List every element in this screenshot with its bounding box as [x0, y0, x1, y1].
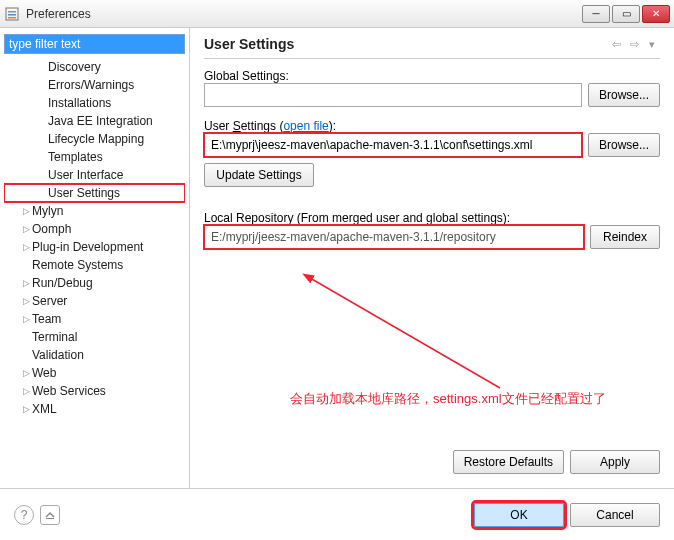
preferences-tree[interactable]: DiscoveryErrors/WarningsInstallationsJav…: [4, 58, 185, 482]
user-settings-label: User Settings (open file):: [204, 119, 660, 133]
filter-input[interactable]: [4, 34, 185, 54]
tree-item[interactable]: ▷XML: [4, 400, 185, 418]
tree-item-label: Team: [32, 312, 61, 326]
maximize-button[interactable]: ▭: [612, 5, 640, 23]
tree-item[interactable]: Templates: [4, 148, 185, 166]
tree-item[interactable]: Installations: [4, 94, 185, 112]
tree-item[interactable]: Terminal: [4, 328, 185, 346]
expand-icon[interactable]: ▷: [20, 404, 32, 414]
tree-item[interactable]: ▷Team: [4, 310, 185, 328]
user-settings-input[interactable]: [204, 133, 582, 157]
window-buttons: ─ ▭ ✕: [582, 5, 670, 23]
tree-item-label: Mylyn: [32, 204, 63, 218]
tree-item-label: Run/Debug: [32, 276, 93, 290]
tree-item[interactable]: ▷Web Services: [4, 382, 185, 400]
local-repo-label: Local Repository (From merged user and g…: [204, 211, 660, 225]
tree-item-label: Errors/Warnings: [48, 78, 134, 92]
tree-item-label: Validation: [32, 348, 84, 362]
menu-icon[interactable]: ▾: [644, 36, 660, 52]
tree-item[interactable]: Lifecycle Mapping: [4, 130, 185, 148]
restore-defaults-button[interactable]: Restore Defaults: [453, 450, 564, 474]
forward-icon[interactable]: ⇨: [626, 36, 642, 52]
reindex-button[interactable]: Reindex: [590, 225, 660, 249]
minimize-button[interactable]: ─: [582, 5, 610, 23]
global-browse-button[interactable]: Browse...: [588, 83, 660, 107]
tree-item-label: Oomph: [32, 222, 71, 236]
cancel-button[interactable]: Cancel: [570, 503, 660, 527]
tree-item-label: Plug-in Development: [32, 240, 143, 254]
expand-icon[interactable]: ▷: [20, 206, 32, 216]
svg-rect-2: [8, 14, 16, 16]
titlebar: Preferences ─ ▭ ✕: [0, 0, 674, 28]
tree-item-label: User Settings: [48, 186, 120, 200]
tree-item-label: Remote Systems: [32, 258, 123, 272]
import-export-icon[interactable]: [40, 505, 60, 525]
user-browse-button[interactable]: Browse...: [588, 133, 660, 157]
tree-item[interactable]: Errors/Warnings: [4, 76, 185, 94]
expand-icon[interactable]: ▷: [20, 314, 32, 324]
sidebar: DiscoveryErrors/WarningsInstallationsJav…: [0, 28, 190, 488]
expand-icon[interactable]: ▷: [20, 296, 32, 306]
close-button[interactable]: ✕: [642, 5, 670, 23]
back-icon[interactable]: ⇦: [608, 36, 624, 52]
tree-item[interactable]: User Settings: [4, 184, 185, 202]
tree-item[interactable]: Validation: [4, 346, 185, 364]
tree-item[interactable]: Remote Systems: [4, 256, 185, 274]
help-icon[interactable]: ?: [14, 505, 34, 525]
tree-item[interactable]: ▷Mylyn: [4, 202, 185, 220]
ok-button[interactable]: OK: [474, 503, 564, 527]
tree-item-label: Installations: [48, 96, 111, 110]
tree-item[interactable]: ▷Run/Debug: [4, 274, 185, 292]
tree-item-label: Terminal: [32, 330, 77, 344]
tree-item[interactable]: User Interface: [4, 166, 185, 184]
tree-item-label: Web: [32, 366, 56, 380]
tree-item-label: User Interface: [48, 168, 123, 182]
tree-item[interactable]: Java EE Integration: [4, 112, 185, 130]
tree-item-label: Server: [32, 294, 67, 308]
tree-item[interactable]: ▷Plug-in Development: [4, 238, 185, 256]
global-settings-input[interactable]: [204, 83, 582, 107]
tree-item[interactable]: ▷Oomph: [4, 220, 185, 238]
expand-icon[interactable]: ▷: [20, 224, 32, 234]
global-settings-label: Global Settings:: [204, 69, 660, 83]
expand-icon[interactable]: ▷: [20, 242, 32, 252]
window-title: Preferences: [26, 7, 582, 21]
expand-icon[interactable]: ▷: [20, 386, 32, 396]
tree-item-label: Lifecycle Mapping: [48, 132, 144, 146]
tree-item-label: Web Services: [32, 384, 106, 398]
tree-item[interactable]: ▷Server: [4, 292, 185, 310]
tree-item[interactable]: Discovery: [4, 58, 185, 76]
tree-item-label: Java EE Integration: [48, 114, 153, 128]
svg-rect-3: [8, 17, 16, 19]
expand-icon[interactable]: ▷: [20, 278, 32, 288]
footer: ? OK Cancel: [0, 488, 674, 540]
main-panel: User Settings ⇦ ⇨ ▾ Global Settings: Bro…: [190, 28, 674, 488]
update-settings-button[interactable]: Update Settings: [204, 163, 314, 187]
app-icon: [4, 6, 20, 22]
tree-item-label: XML: [32, 402, 57, 416]
tree-item-label: Discovery: [48, 60, 101, 74]
tree-item[interactable]: ▷Web: [4, 364, 185, 382]
expand-icon[interactable]: ▷: [20, 368, 32, 378]
annotation-text: 会自动加载本地库路径，settings.xml文件已经配置过了: [290, 390, 650, 408]
page-title: User Settings: [204, 36, 606, 52]
svg-rect-1: [8, 11, 16, 13]
local-repo-input: [204, 225, 584, 249]
apply-button[interactable]: Apply: [570, 450, 660, 474]
open-file-link[interactable]: open file: [283, 119, 328, 133]
tree-item-label: Templates: [48, 150, 103, 164]
svg-rect-5: [46, 518, 54, 519]
